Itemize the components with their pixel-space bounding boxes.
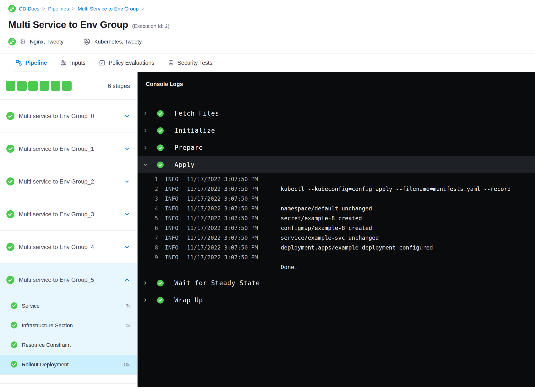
log-timestamp: 11/17/2022 3:07:50 PM bbox=[187, 205, 281, 212]
stage-success-icon bbox=[6, 276, 14, 284]
log-line-number: 1 bbox=[138, 176, 158, 182]
title-row: Multi Service to Env Group (Execution Id… bbox=[8, 19, 535, 30]
chevron-down-icon[interactable] bbox=[142, 162, 148, 167]
execution-id: (Execution Id: 2) bbox=[132, 23, 170, 29]
step-success-icon bbox=[11, 341, 17, 349]
tab-inputs[interactable]: Inputs bbox=[54, 54, 92, 72]
log-line-number: 7 bbox=[138, 235, 158, 241]
log-line: 3INFO11/17/2022 3:07:50 PM bbox=[138, 194, 535, 204]
log-line: 9INFO11/17/2022 3:07:50 PM bbox=[138, 252, 535, 262]
step-success-icon bbox=[157, 297, 164, 304]
tab-label: Pipeline bbox=[25, 60, 47, 66]
console-step-label: Apply bbox=[174, 161, 195, 168]
chevron-up-icon[interactable] bbox=[124, 277, 130, 283]
stage-row-multi-service-to-env-group-1[interactable]: Multi service to Env Group_1 bbox=[0, 132, 137, 165]
step-row-infrastructure-section[interactable]: Infrastructure Section1s bbox=[0, 316, 137, 335]
step-label: Rollout Deployment bbox=[22, 361, 119, 368]
console-step-prepare[interactable]: Prepare bbox=[138, 139, 535, 156]
stage-row-multi-service-to-env-group-4[interactable]: Multi service to Env Group_4 bbox=[0, 231, 137, 263]
policy-evaluations-icon bbox=[99, 59, 106, 66]
tab-policy-evaluations[interactable]: Policy Evaluations bbox=[92, 54, 161, 72]
chevron-right-icon[interactable] bbox=[142, 145, 148, 150]
chevron-down-icon[interactable] bbox=[124, 146, 130, 152]
log-level: INFO bbox=[158, 205, 187, 212]
step-success-icon bbox=[157, 110, 164, 117]
breadcrumb-separator: > bbox=[72, 6, 75, 11]
log-timestamp: 11/17/2022 3:07:50 PM bbox=[187, 254, 281, 261]
stage-list: Multi service to Env Group_0Multi servic… bbox=[0, 100, 137, 375]
stage-progress-square bbox=[28, 81, 38, 91]
step-success-icon bbox=[11, 361, 17, 369]
breadcrumb-link-pipelines[interactable]: Pipelines bbox=[48, 6, 69, 12]
step-row-resource-constraint[interactable]: Resource Constraint bbox=[0, 335, 137, 355]
console-steps: Fetch FilesInitializePrepareApply1INFO11… bbox=[138, 96, 535, 309]
log-line-number: 8 bbox=[138, 244, 158, 251]
pipeline-execution-page: CD Docs > Pipelines > Multi Service to E… bbox=[0, 0, 535, 392]
stage-label: Multi service to Env Group_3 bbox=[19, 211, 120, 218]
content-area: 6 stages Multi service to Env Group_0Mul… bbox=[0, 72, 535, 387]
tab-label: Security Tests bbox=[178, 60, 213, 66]
chevron-right-icon[interactable] bbox=[142, 128, 148, 133]
step-row-service[interactable]: Service3s bbox=[0, 296, 137, 316]
console-step-fetch-files[interactable]: Fetch Files bbox=[138, 105, 535, 122]
step-success-icon bbox=[11, 302, 17, 310]
security-tests-icon bbox=[168, 59, 174, 66]
tab-security-tests[interactable]: Security Tests bbox=[161, 54, 219, 72]
stage-progress-square bbox=[51, 81, 60, 91]
step-success-icon bbox=[157, 162, 164, 168]
step-label: Service bbox=[22, 303, 121, 309]
log-timestamp: 11/17/2022 3:07:50 PM bbox=[187, 196, 281, 202]
chevron-right-icon[interactable] bbox=[142, 297, 148, 303]
environments-label: Kubernetes, Tweety bbox=[94, 39, 142, 45]
stage-progress-square bbox=[6, 81, 15, 91]
log-line-number: 3 bbox=[138, 196, 158, 202]
page-title: Multi Service to Env Group bbox=[8, 19, 128, 30]
log-line: Done. bbox=[138, 262, 535, 272]
console-step-initialize[interactable]: Initialize bbox=[138, 122, 535, 139]
stage-label: Multi service to Env Group_2 bbox=[19, 178, 120, 185]
chevron-down-icon[interactable] bbox=[124, 244, 130, 250]
tab-label: Inputs bbox=[70, 60, 86, 66]
step-success-icon bbox=[157, 127, 164, 134]
pipeline-icon bbox=[15, 59, 22, 66]
stage-row-multi-service-to-env-group-5[interactable]: Multi service to Env Group_5 bbox=[0, 263, 137, 296]
log-line: 4INFO11/17/2022 3:07:50 PMnamespace/defa… bbox=[138, 204, 535, 213]
stage-row-multi-service-to-env-group-2[interactable]: Multi service to Env Group_2 bbox=[0, 165, 137, 198]
log-line-number: 6 bbox=[138, 225, 158, 231]
stage-row-multi-service-to-env-group-0[interactable]: Multi service to Env Group_0 bbox=[0, 100, 137, 132]
log-timestamp: 11/17/2022 3:07:50 PM bbox=[187, 215, 281, 221]
log-line-number: 9 bbox=[138, 254, 158, 261]
log-message: namespace/default unchanged bbox=[281, 205, 535, 212]
chevron-right-icon[interactable] bbox=[142, 111, 148, 116]
expanded-stage-group: Multi service to Env Group_5Service3sInf… bbox=[0, 263, 137, 375]
breadcrumb-link-pipeline-name[interactable]: Multi Service to Env Group bbox=[78, 6, 139, 12]
log-line: 6INFO11/17/2022 3:07:50 PMconfigmap/exam… bbox=[138, 223, 535, 233]
sidebar-footer bbox=[0, 375, 137, 384]
step-duration: 3s bbox=[126, 304, 130, 309]
console-step-apply[interactable]: Apply bbox=[138, 156, 535, 173]
log-level: INFO bbox=[158, 196, 187, 202]
log-timestamp: 11/17/2022 3:07:50 PM bbox=[187, 244, 281, 251]
step-row-rollout-deployment[interactable]: Rollout Deployment10s bbox=[0, 355, 137, 374]
trigger-link-icon bbox=[8, 38, 16, 45]
breadcrumb-separator: > bbox=[141, 6, 144, 11]
console-step-label: Wrap Up bbox=[174, 296, 203, 304]
stage-progress-row: 6 stages bbox=[0, 72, 137, 100]
tab-pipeline[interactable]: Pipeline bbox=[9, 54, 54, 72]
console-step-wrap-up[interactable]: Wrap Up bbox=[138, 292, 535, 309]
console-step-label: Initialize bbox=[174, 127, 215, 134]
chevron-down-icon[interactable] bbox=[124, 211, 130, 217]
breadcrumb: CD Docs > Pipelines > Multi Service to E… bbox=[8, 5, 535, 12]
console-step-wait-for-steady-state[interactable]: Wait for Steady State bbox=[138, 274, 535, 292]
chevron-right-icon[interactable] bbox=[142, 280, 148, 286]
stage-success-icon bbox=[6, 243, 14, 251]
step-success-icon bbox=[157, 144, 164, 151]
stage-row-multi-service-to-env-group-3[interactable]: Multi service to Env Group_3 bbox=[0, 198, 137, 231]
log-line-number: 2 bbox=[138, 186, 158, 192]
chevron-down-icon[interactable] bbox=[124, 179, 130, 185]
stage-label: Multi service to Env Group_1 bbox=[19, 145, 120, 152]
step-label: Resource Constraint bbox=[22, 342, 126, 348]
console-logs-title: Console Logs bbox=[138, 72, 535, 96]
chevron-down-icon[interactable] bbox=[124, 113, 130, 119]
breadcrumb-link-cd-docs[interactable]: CD Docs bbox=[19, 6, 39, 12]
